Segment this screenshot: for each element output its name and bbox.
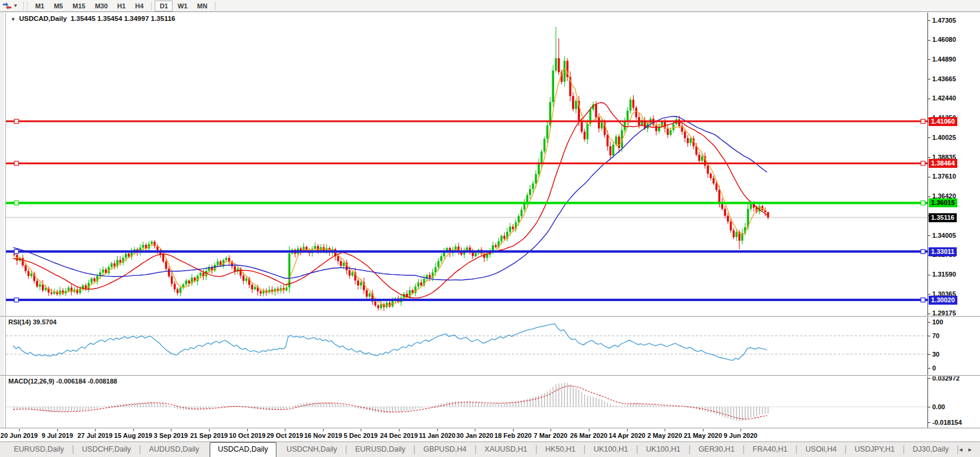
chart-tab-hk50-h1[interactable]: HK50,H1: [537, 442, 583, 457]
axis-tick-mark: [928, 322, 930, 323]
macd-canvas[interactable]: [6, 376, 927, 428]
tab-bar-spacer: [0, 442, 6, 457]
date-axis-label: 16 Nov 2019: [304, 432, 342, 439]
axis-tick-mark: [928, 99, 930, 99]
chart-tab-eurusd-daily[interactable]: EURUSD,Daily: [348, 442, 413, 457]
chart-tab-usoil-h4[interactable]: USOil,H4: [798, 442, 844, 457]
price-axis-tick: 1.37610: [932, 173, 956, 180]
date-axis-label: 20 Jun 2019: [1, 432, 38, 439]
price-axis-tick: 1.47305: [932, 17, 956, 24]
date-axis-label: 9 Jul 2019: [42, 432, 73, 439]
tab-scroll-arrows: ◂ ▸: [959, 442, 972, 457]
macd-panel[interactable]: MACD(12,26,9) -0.006184 -0.008188: [6, 376, 927, 428]
axis-tick-mark: [928, 422, 930, 423]
axis-tick-mark: [928, 79, 930, 79]
timeframe-button-h4[interactable]: H4: [130, 1, 148, 11]
collapse-triangle-icon[interactable]: ▼: [11, 17, 16, 22]
date-axis-label: 9 Jun 2020: [724, 432, 757, 439]
date-tick-mark: [627, 429, 628, 431]
chart-title-symbol: USDCAD,Daily: [19, 15, 67, 22]
hline-price-label: 1.33011: [929, 247, 957, 256]
price-axis[interactable]: 1.473051.460801.448901.436651.424401.412…: [927, 13, 980, 429]
chart-tab-dj30-daily[interactable]: DJ30,Daily: [905, 442, 956, 457]
symbols-chart-icon[interactable]: [2, 2, 12, 10]
chart-title: ▼USDCAD,Daily 1.35445 1.35454 1.34997 1.…: [11, 15, 175, 22]
rsi-axis-tick: 70: [932, 332, 939, 340]
timeframe-button-m30[interactable]: M30: [90, 1, 112, 11]
main-chart-panel[interactable]: ▼USDCAD,Daily 1.35445 1.35454 1.34997 1.…: [6, 13, 927, 316]
panel-separator[interactable]: [0, 375, 980, 376]
chart-window-left-border: [0, 13, 6, 441]
price-axis-tick: 1.43665: [932, 75, 956, 83]
axis-tick-mark: [928, 20, 930, 21]
chart-tab-xauusd-h1[interactable]: XAUUSD,H1: [477, 442, 535, 457]
date-axis-label: 21 May 2020: [684, 432, 722, 439]
date-tick-mark: [665, 429, 665, 431]
chart-tab-usdcnh-daily[interactable]: USDCNH,Daily: [279, 442, 345, 457]
timeframe-button-h1[interactable]: H1: [112, 1, 130, 11]
chart-tab-eurusd-daily[interactable]: EURUSD,Daily: [6, 442, 72, 457]
chart-tab-usdjpy-h1[interactable]: USDJPY,H1: [847, 442, 902, 457]
timeframe-button-m1[interactable]: M1: [30, 1, 49, 11]
timeframe-button-mn[interactable]: MN: [192, 1, 212, 11]
date-tick-mark: [323, 429, 324, 431]
chart-tab-gbpusd-h4[interactable]: GBPUSD,H4: [416, 442, 474, 457]
price-axis-tick: 1.31590: [932, 271, 956, 278]
price-axis-tick: 1.42440: [932, 94, 956, 102]
date-tick-mark: [171, 429, 171, 431]
macd-label: MACD(12,26,9) -0.006184 -0.008188: [8, 378, 117, 385]
price-axis-tick: 1.44890: [932, 56, 956, 63]
macd-axis-tick: 0.00: [932, 403, 945, 411]
toolbar-separator: [215, 2, 216, 10]
date-axis-label: 3 Sep 2019: [154, 432, 188, 439]
date-tick-mark: [285, 429, 285, 431]
timeframe-button-m5[interactable]: M5: [49, 1, 67, 11]
timeframe-button-d1[interactable]: D1: [155, 1, 173, 11]
panel-separator[interactable]: [0, 316, 980, 317]
axis-tick-mark: [928, 354, 930, 355]
chart-tab-uk100-h1[interactable]: UK100,H1: [586, 442, 636, 457]
axis-tick-mark: [928, 407, 930, 407]
price-axis-tick: 1.34005: [932, 232, 956, 240]
chart-tab-audusd-daily[interactable]: AUDUSD,Daily: [141, 442, 207, 457]
chart-tab-usdchf-daily[interactable]: USDCHF,Daily: [74, 442, 139, 457]
date-axis-label: 2 May 2020: [647, 432, 682, 439]
date-tick-mark: [399, 429, 400, 431]
trading-terminal-window: ▼ M1M5M15M30H1H4D1W1MN ▼USDCAD,Daily 1.3…: [0, 0, 980, 457]
date-axis-label: 24 Dec 2019: [380, 432, 418, 439]
date-tick-mark: [589, 429, 589, 431]
date-axis-label: 10 Oct 2019: [229, 432, 265, 439]
date-axis[interactable]: 20 Jun 20199 Jul 201927 Jul 201915 Aug 2…: [0, 429, 980, 441]
toolbar-grip[interactable]: [23, 2, 27, 10]
axis-tick-mark: [928, 235, 930, 236]
date-axis-label: 27 Jul 2019: [78, 432, 113, 439]
chart-tab-uk100-h1[interactable]: UK100,H1: [638, 442, 689, 457]
rsi-label: RSI(14) 39.5704: [8, 318, 57, 326]
rsi-axis-tick: 0: [932, 364, 936, 372]
date-axis-label: 11 Jan 2020: [419, 432, 455, 439]
chart-tab-fra40-h1[interactable]: FRA40,H1: [745, 442, 795, 457]
date-tick-mark: [551, 429, 551, 431]
axis-tick-mark: [928, 157, 930, 158]
rsi-canvas[interactable]: [6, 317, 927, 375]
chart-tab-usdcad-daily[interactable]: USDCAD,Daily: [210, 442, 277, 457]
price-axis-tick: 1.46080: [932, 36, 956, 44]
axis-tick-mark: [928, 177, 930, 177]
chevron-down-icon[interactable]: ▼: [13, 3, 18, 8]
tab-scroll-left-icon[interactable]: ◂: [959, 446, 963, 453]
date-axis-label: 15 Aug 2019: [114, 432, 152, 439]
current-price-label: 1.35116: [929, 213, 957, 222]
axis-tick-mark: [928, 294, 930, 295]
axis-tick-mark: [928, 378, 930, 379]
hline-price-label: 1.41060: [929, 117, 957, 126]
candlestick-canvas[interactable]: [6, 13, 927, 316]
axis-tick-mark: [928, 336, 930, 336]
timeframe-button-m15[interactable]: M15: [67, 1, 90, 11]
rsi-panel[interactable]: RSI(14) 39.5704: [6, 317, 927, 375]
axis-tick-mark: [928, 197, 930, 197]
axis-tick-mark: [928, 275, 930, 275]
chart-tab-ger30-h1[interactable]: GER30,H1: [691, 442, 742, 457]
timeframe-button-w1[interactable]: W1: [173, 1, 192, 11]
axis-tick-mark: [928, 40, 930, 41]
tab-scroll-right-icon[interactable]: ▸: [968, 446, 972, 453]
